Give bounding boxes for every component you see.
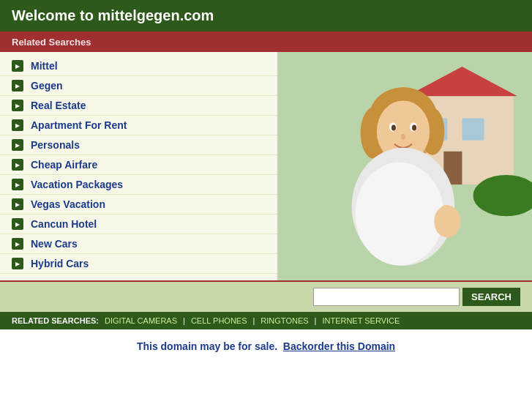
svg-point-17 [412, 125, 416, 131]
list-item-label: Mittel [31, 60, 58, 72]
list-item-label: Gegen [31, 80, 63, 92]
list-item-label: Cheap Airfare [31, 159, 97, 171]
list-item[interactable]: Cheap Airfare [0, 155, 277, 175]
right-image [278, 52, 532, 280]
list-item-label: Personals [31, 139, 80, 151]
main-content: MittelGegenReal EstateApartment For Rent… [0, 52, 532, 280]
list-item-label: Hybrid Cars [31, 258, 89, 269]
list-item[interactable]: New Cars [0, 234, 277, 254]
list-item[interactable]: Hybrid Cars [0, 254, 277, 274]
list-item-label: Real Estate [31, 100, 86, 111]
bottom-related-label: RELATED SEARCHES: [12, 316, 99, 325]
list-item[interactable]: Cancun Hotel [0, 215, 277, 234]
list-item-label: New Cars [31, 238, 78, 250]
list-item[interactable]: Gegen [0, 76, 277, 96]
bottom-related-link[interactable]: INTERNET SERVICE [322, 316, 400, 325]
list-bullet-icon [12, 80, 23, 92]
left-list: MittelGegenReal EstateApartment For Rent… [0, 52, 278, 280]
list-bullet-icon [12, 119, 23, 131]
list-item[interactable]: Vegas Vacation [0, 195, 277, 215]
header: Welcome to mittelgegen.com [0, 0, 532, 31]
svg-point-21 [356, 163, 444, 266]
list-item[interactable]: Real Estate [0, 96, 277, 116]
footer: This domain may be for sale. Backorder t… [0, 329, 532, 363]
bottom-related-bar: RELATED SEARCHES: DIGITAL CAMERAS|CELL P… [0, 312, 532, 329]
backorder-link[interactable]: Backorder this Domain [283, 340, 395, 352]
svg-rect-4 [462, 119, 484, 141]
svg-rect-23 [441, 205, 450, 220]
list-bullet-icon [12, 60, 23, 72]
list-bullet-icon [12, 139, 23, 151]
search-button[interactable]: SEARCH [462, 288, 520, 306]
photo-illustration [278, 52, 532, 280]
header-title: Welcome to mittelgegen.com [12, 7, 214, 23]
svg-point-16 [391, 125, 396, 131]
search-bar: SEARCH [0, 280, 532, 312]
list-item-label: Vegas Vacation [31, 198, 105, 210]
search-input[interactable] [313, 288, 460, 306]
list-bullet-icon [12, 100, 23, 111]
list-item-label: Cancun Hotel [31, 218, 97, 230]
list-bullet-icon [12, 238, 23, 250]
bottom-related-link[interactable]: CELL PHONES [191, 316, 247, 325]
svg-point-18 [401, 134, 405, 140]
list-bullet-icon [12, 258, 23, 269]
list-item-label: Vacation Packages [31, 179, 123, 190]
related-searches-label: Related Searches [12, 37, 91, 48]
bottom-separator: | [183, 316, 185, 325]
footer-text: This domain may be for sale. Backorder t… [137, 340, 395, 352]
list-bullet-icon [12, 218, 23, 230]
list-item[interactable]: Mittel [0, 56, 277, 76]
list-bullet-icon [12, 159, 23, 171]
bottom-separator: | [253, 316, 255, 325]
list-item[interactable]: Personals [0, 135, 277, 155]
bottom-related-link[interactable]: DIGITAL CAMERAS [105, 316, 177, 325]
list-item-label: Apartment For Rent [31, 119, 127, 131]
related-searches-bar: Related Searches [0, 31, 532, 52]
bottom-related-link[interactable]: RINGTONES [261, 316, 308, 325]
list-item[interactable]: Apartment For Rent [0, 116, 277, 135]
list-item[interactable]: Vacation Packages [0, 175, 277, 195]
list-bullet-icon [12, 198, 23, 210]
list-bullet-icon [12, 179, 23, 190]
bottom-separator: | [315, 316, 317, 325]
